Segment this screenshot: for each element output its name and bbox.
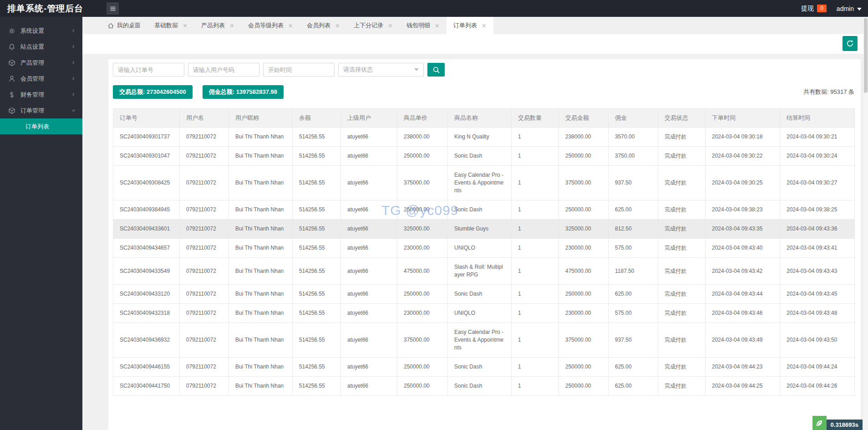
table-cell: 完成付款 — [658, 128, 706, 147]
sidebar-toggle-button[interactable] — [107, 2, 119, 15]
tab-member-list[interactable]: 会员列表 — [300, 17, 347, 34]
table-row[interactable]: SC240304094417500792110072Bui Thi Thanh … — [113, 377, 855, 396]
table-row[interactable]: SC240304094369320792110072Bui Thi Thanh … — [113, 323, 855, 358]
withdraw-menu-item[interactable]: 提现 0 — [801, 5, 827, 13]
table-row[interactable]: SC240304093017370792110072Bui Thi Thanh … — [113, 128, 855, 147]
table-cell: Sonic Dash — [448, 285, 512, 304]
table-row[interactable]: SC240304094461550792110072Bui Thi Thanh … — [113, 358, 855, 377]
close-icon[interactable] — [482, 23, 487, 28]
table-cell: 完成付款 — [658, 147, 706, 166]
table-row[interactable]: SC240304093849450792110072Bui Thi Thanh … — [113, 200, 855, 220]
tab-member-level-list[interactable]: 会员等级列表 — [241, 17, 300, 34]
table-cell: Bui Thi Thanh Nhan — [229, 147, 293, 166]
chevron-left-icon — [71, 60, 76, 65]
close-icon[interactable] — [288, 23, 293, 28]
table-row[interactable]: SC240304093010470792110072Bui Thi Thanh … — [113, 147, 855, 166]
table-cell: atuyet66 — [341, 358, 397, 377]
table-cell: 1 — [512, 304, 559, 323]
user-no-input[interactable] — [188, 63, 259, 77]
close-icon[interactable] — [435, 23, 440, 28]
refresh-icon — [846, 40, 854, 47]
trace-bar[interactable]: 0.318693s — [812, 416, 863, 430]
table-cell: 2024-03-04 09:38:25 — [780, 200, 855, 220]
table-cell: 514256.55 — [293, 220, 341, 239]
table-cell: 2024-03-04 09:43:44 — [706, 285, 780, 304]
search-button[interactable] — [427, 63, 445, 77]
sidebar-item-site-settings[interactable]: 站点设置 — [0, 39, 82, 55]
table-cell: Sonic Dash — [448, 147, 512, 166]
column-header: 结算时间 — [780, 109, 855, 128]
column-header: 订单号 — [113, 109, 180, 128]
close-icon[interactable] — [229, 23, 234, 28]
tab-updown-records[interactable]: 上下分记录 — [347, 17, 400, 34]
close-icon[interactable] — [388, 23, 393, 28]
scrollbar-thumb[interactable] — [864, 18, 868, 93]
table-cell: 1 — [512, 220, 559, 239]
tab-product-list[interactable]: 产品列表 — [194, 17, 241, 34]
tab-desktop[interactable]: 我的桌面 — [101, 17, 147, 34]
column-header: 余额 — [293, 109, 341, 128]
table-cell: 238000.00 — [397, 128, 448, 147]
status-select-placeholder: 请选择状态 — [343, 66, 373, 74]
table-cell: 1 — [512, 323, 559, 358]
table-row[interactable]: SC240304094335490792110072Bui Thi Thanh … — [113, 258, 855, 285]
cube-icon — [8, 59, 15, 67]
trace-time: 0.318693s — [827, 420, 863, 430]
table-cell: 230000.00 — [397, 304, 448, 323]
table-cell: 250000.00 — [397, 147, 448, 166]
table-cell: UNIQLO — [448, 239, 512, 258]
user-menu[interactable]: admin — [837, 5, 862, 12]
table-cell: 0792110072 — [180, 285, 229, 304]
table-row[interactable]: SC240304094336010792110072Bui Thi Thanh … — [113, 220, 855, 239]
sidebar-item-label: 财务管理 — [20, 91, 71, 99]
column-header: 用户名 — [180, 109, 229, 128]
table-cell: SC24030409433549 — [113, 258, 180, 285]
table-cell: SC24030409301047 — [113, 147, 180, 166]
table-cell: King N Quality — [448, 128, 512, 147]
table-row[interactable]: SC240304094346570792110072Bui Thi Thanh … — [113, 239, 855, 258]
chevron-left-icon — [71, 28, 76, 33]
table-cell: 325000.00 — [559, 220, 609, 239]
sidebar-item-member-management[interactable]: 会员管理 — [0, 71, 82, 87]
refresh-button[interactable] — [843, 36, 858, 51]
table-cell: atuyet66 — [341, 147, 397, 166]
table-cell: 2024-03-04 09:38:23 — [706, 200, 780, 220]
table-cell: 1 — [512, 128, 559, 147]
table-cell: 514256.55 — [293, 128, 341, 147]
sidebar-item-finance-management[interactable]: 财务管理 — [0, 87, 82, 102]
tab-wallet-detail[interactable]: 钱包明细 — [400, 17, 447, 34]
table-cell: atuyet66 — [341, 220, 397, 239]
close-icon[interactable] — [335, 23, 340, 28]
table-cell: 1 — [512, 166, 559, 200]
sidebar: 系统设置站点设置产品管理会员管理财务管理订单管理订单列表 — [0, 17, 82, 430]
table-cell: 完成付款 — [658, 239, 706, 258]
sidebar-item-order-management[interactable]: 订单管理 — [0, 102, 82, 118]
tab-label: 基础数据 — [154, 21, 178, 30]
order-no-input[interactable] — [113, 63, 184, 77]
table-cell: 2024-03-04 09:43:48 — [780, 304, 855, 323]
close-icon[interactable] — [183, 23, 188, 28]
table-cell: 250000.00 — [559, 285, 609, 304]
table-row[interactable]: SC240304093084250792110072Bui Thi Thanh … — [113, 166, 855, 200]
table-cell: 514256.55 — [293, 166, 341, 200]
tab-order-list[interactable]: 订单列表 — [447, 17, 493, 34]
table-cell: 1 — [512, 285, 559, 304]
table-row[interactable]: SC240304094323180792110072Bui Thi Thanh … — [113, 304, 855, 323]
start-time-input[interactable] — [263, 63, 335, 77]
table-cell: atuyet66 — [341, 239, 397, 258]
sidebar-item-system-settings[interactable]: 系统设置 — [0, 23, 82, 39]
table-cell: Bui Thi Thanh Nhan — [229, 239, 293, 258]
table-cell: UNIQLO — [448, 304, 512, 323]
sidebar-item-product-management[interactable]: 产品管理 — [0, 55, 82, 71]
status-select[interactable]: 请选择状态 — [338, 63, 424, 77]
table-cell: 937.50 — [609, 323, 658, 358]
chevron-left-icon — [71, 92, 76, 97]
table-cell: 0792110072 — [180, 166, 229, 200]
table-cell: 完成付款 — [658, 304, 706, 323]
column-header: 商品名称 — [448, 109, 512, 128]
table-row[interactable]: SC240304094331200792110072Bui Thi Thanh … — [113, 285, 855, 304]
table-cell: Bui Thi Thanh Nhan — [229, 323, 293, 358]
sidebar-item-order-list[interactable]: 订单列表 — [0, 118, 82, 134]
table-cell: atuyet66 — [341, 323, 397, 358]
tab-base-data[interactable]: 基础数据 — [147, 17, 194, 34]
